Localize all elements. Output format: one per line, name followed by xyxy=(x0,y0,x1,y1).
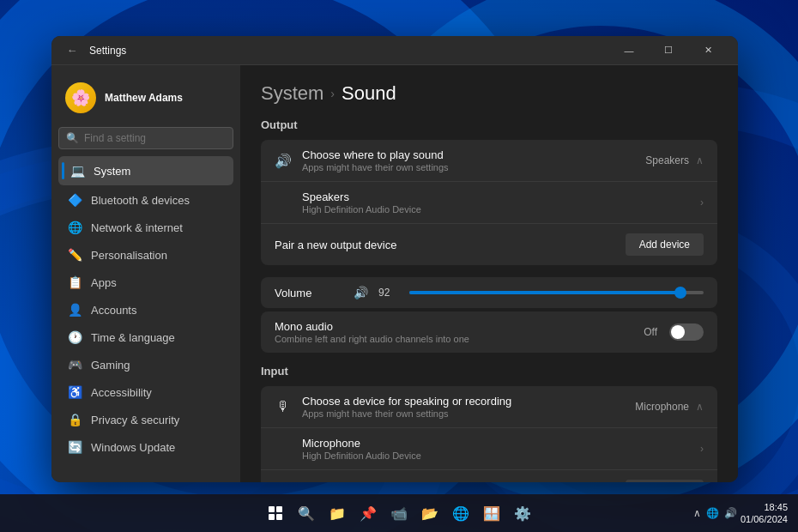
microphone-chevron: › xyxy=(700,443,704,455)
choose-input-title: Choose a device for speaking or recordin… xyxy=(302,395,625,408)
volume-label: Volume xyxy=(275,287,343,299)
svg-rect-7 xyxy=(276,514,282,520)
volume-value: 92 xyxy=(378,287,399,299)
gaming-icon: 🎮 xyxy=(67,358,82,372)
taskbar-store-icon[interactable]: 🪟 xyxy=(478,499,505,527)
search-input[interactable] xyxy=(84,132,226,144)
mono-audio-text: Mono audio Combine left and right audio … xyxy=(275,320,633,344)
network-icon: 🌐 xyxy=(67,221,82,234)
microphone-text: Microphone High Definition Audio Device xyxy=(275,437,690,461)
accessibility-icon: ♿ xyxy=(67,385,82,399)
choose-input-sub: Apps might have their own settings xyxy=(302,408,625,419)
title-bar: ← Settings — ☐ ✕ xyxy=(51,36,738,65)
breadcrumb-current: Sound xyxy=(342,82,396,105)
volume-fill xyxy=(409,291,680,294)
mono-audio-row: Mono audio Combine left and right audio … xyxy=(261,311,717,353)
window-controls: — ☐ ✕ xyxy=(609,36,728,65)
avatar: 🌸 xyxy=(65,82,96,113)
choose-output-row[interactable]: 🔊 Choose where to play sound Apps might … xyxy=(261,140,717,182)
bluetooth-icon: 🔷 xyxy=(67,193,82,207)
choose-input-right: Microphone ∧ xyxy=(635,401,704,413)
output-section: Output 🔊 Choose where to play sound Apps… xyxy=(261,118,717,265)
pair-output-text: Pair a new output device xyxy=(275,239,615,251)
volume-row: Volume 🔊 92 xyxy=(261,277,717,308)
speakers-title: Speakers xyxy=(302,190,690,203)
add-output-device-button[interactable]: Add device xyxy=(626,233,704,256)
add-input-device-button[interactable]: Add device xyxy=(626,480,704,482)
svg-rect-6 xyxy=(269,514,275,520)
volume-slider[interactable] xyxy=(409,291,704,294)
mono-audio-toggle[interactable] xyxy=(669,323,704,341)
tray-chevron-icon[interactable]: ∧ xyxy=(693,507,701,519)
network-tray-icon[interactable]: 🌐 xyxy=(706,507,719,519)
taskbar-start-button[interactable] xyxy=(262,499,289,527)
user-name: Matthew Adams xyxy=(105,92,227,104)
search-box[interactable]: 🔍 xyxy=(58,127,233,149)
content-area: 🌸 Matthew Adams 🔍 💻 System 🔷 Bluetooth &… xyxy=(51,65,738,482)
search-icon: 🔍 xyxy=(66,132,79,144)
output-label: Output xyxy=(261,118,717,131)
sidebar-item-bluetooth[interactable]: 🔷 Bluetooth & devices xyxy=(58,187,233,213)
microphone-title: Microphone xyxy=(302,437,690,450)
taskbar-search-icon[interactable]: 🔍 xyxy=(293,499,320,527)
speakers-text: Speakers High Definition Audio Device xyxy=(275,190,690,215)
time-icon: 🕐 xyxy=(67,330,82,344)
taskbar-clock[interactable]: 18:45 01/06/2024 xyxy=(741,501,788,526)
speakers-sub: High Definition Audio Device xyxy=(302,204,690,215)
minimize-button[interactable]: — xyxy=(609,36,649,65)
pair-output-row: Pair a new output device Add device xyxy=(261,224,717,265)
taskbar-tray-icons: ∧ 🌐 🔊 xyxy=(693,507,737,519)
sidebar-item-apps[interactable]: 📋 Apps xyxy=(58,269,233,295)
mono-audio-title: Mono audio xyxy=(275,320,633,333)
update-icon: 🔄 xyxy=(67,440,82,454)
svg-rect-5 xyxy=(276,506,282,512)
pair-output-title: Pair a new output device xyxy=(275,239,615,251)
sidebar-item-privacy[interactable]: 🔒 Privacy & security xyxy=(58,407,233,432)
taskbar-date-display: 01/06/2024 xyxy=(741,513,788,525)
input-card: 🎙 Choose a device for speaking or record… xyxy=(261,386,717,482)
speakers-row[interactable]: Speakers High Definition Audio Device › xyxy=(261,182,717,224)
user-info: Matthew Adams xyxy=(105,92,227,104)
speakers-chevron: › xyxy=(700,196,704,209)
svg-rect-4 xyxy=(269,506,275,512)
microphone-sub: High Definition Audio Device xyxy=(302,450,690,461)
volume-tray-icon[interactable]: 🔊 xyxy=(724,507,737,519)
taskbar: 🔍 📁 📌 📹 📂 🌐 🪟 ⚙️ ∧ 🌐 🔊 18:45 01/06/2024 xyxy=(0,494,798,532)
output-card: 🔊 Choose where to play sound Apps might … xyxy=(261,140,717,265)
pair-input-row: Pair a new input device Add device xyxy=(261,470,717,482)
sidebar-item-network[interactable]: 🌐 Network & internet xyxy=(58,215,233,240)
system-icon: 💻 xyxy=(70,164,85,178)
sidebar-item-gaming[interactable]: 🎮 Gaming xyxy=(58,352,233,378)
choose-input-row[interactable]: 🎙 Choose a device for speaking or record… xyxy=(261,386,717,428)
user-profile[interactable]: 🌸 Matthew Adams xyxy=(58,76,233,120)
output-value: Speakers xyxy=(645,154,689,166)
window-title: Settings xyxy=(89,45,609,57)
sidebar-item-accessibility[interactable]: ♿ Accessibility xyxy=(58,379,233,405)
breadcrumb-parent[interactable]: System xyxy=(261,82,323,105)
personalisation-icon: ✏️ xyxy=(67,248,82,262)
mono-audio-sub: Combine left and right audio channels in… xyxy=(275,334,633,344)
accounts-icon: 👤 xyxy=(67,303,82,317)
sidebar-item-time[interactable]: 🕐 Time & language xyxy=(58,324,233,350)
settings-window: ← Settings — ☐ ✕ 🌸 Matthew Adams 🔍 xyxy=(51,36,738,482)
taskbar-files-icon[interactable]: 📁 xyxy=(323,499,351,527)
sidebar-item-system[interactable]: 💻 System xyxy=(58,156,233,185)
input-value: Microphone xyxy=(635,401,689,413)
taskbar-teams-icon[interactable]: 📹 xyxy=(385,499,413,527)
taskbar-settings-icon[interactable]: ⚙️ xyxy=(509,499,536,527)
taskbar-time-display: 18:45 xyxy=(741,501,788,513)
back-button[interactable]: ← xyxy=(62,40,82,61)
taskbar-right: ∧ 🌐 🔊 18:45 01/06/2024 xyxy=(693,501,788,526)
close-button[interactable]: ✕ xyxy=(688,36,728,65)
microphone-row[interactable]: Microphone High Definition Audio Device … xyxy=(261,428,717,470)
sidebar: 🌸 Matthew Adams 🔍 💻 System 🔷 Bluetooth &… xyxy=(51,65,240,482)
sidebar-item-accounts[interactable]: 👤 Accounts xyxy=(58,297,233,323)
taskbar-pin-icon[interactable]: 📌 xyxy=(354,499,382,527)
sidebar-item-update[interactable]: 🔄 Windows Update xyxy=(58,434,233,460)
taskbar-edge-icon[interactable]: 🌐 xyxy=(447,499,475,527)
volume-thumb[interactable] xyxy=(674,287,686,299)
taskbar-explorer-icon[interactable]: 📂 xyxy=(416,499,444,527)
sidebar-item-personalisation[interactable]: ✏️ Personalisation xyxy=(58,242,233,268)
choose-input-text: Choose a device for speaking or recordin… xyxy=(302,395,625,419)
maximize-button[interactable]: ☐ xyxy=(649,36,688,65)
